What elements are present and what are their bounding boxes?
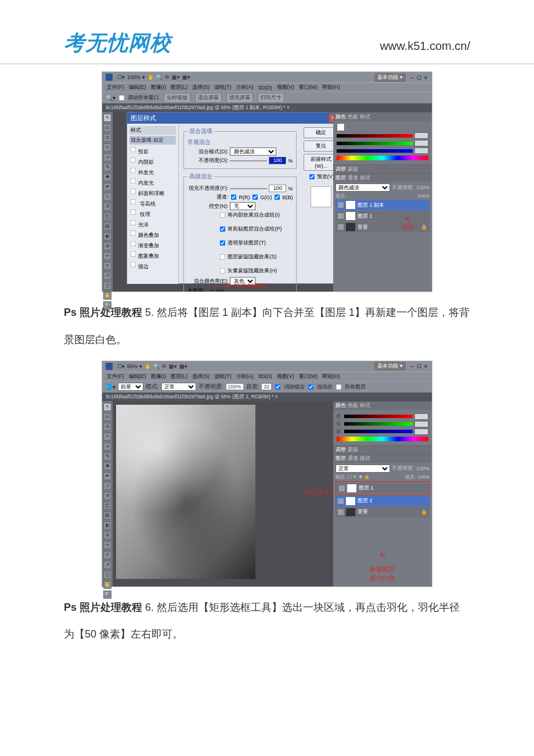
preview-checkbox[interactable]: 预览(V)	[304, 173, 333, 181]
layer-thumb[interactable]	[346, 212, 355, 220]
menu-3d[interactable]: 3D(D)	[257, 85, 273, 91]
tab-styles[interactable]: 样式	[360, 113, 370, 121]
vis-icon[interactable]	[338, 509, 344, 515]
clone-tool[interactable]: ⎍	[103, 193, 111, 201]
opt-clip[interactable]: 将剪贴图层混合成组(P)	[219, 225, 293, 233]
layer-row-1[interactable]: 图层 1	[335, 211, 430, 221]
zoom-level-menu[interactable]: 55% ▾	[127, 363, 142, 369]
panels-menu[interactable]: ▦▾	[182, 74, 190, 80]
menu-select[interactable]: 选择(S)	[191, 84, 211, 91]
zoom-tool[interactable]: 🔍	[103, 301, 111, 309]
newstyle-button[interactable]: 新建样式(W)...	[304, 154, 333, 171]
menu-view[interactable]: 视图(V)	[276, 84, 295, 91]
adjust-tabs[interactable]: 调整蒙版	[333, 165, 432, 173]
pen-tool[interactable]: ✑	[103, 541, 111, 549]
marquee-tool[interactable]: ▭	[103, 413, 111, 421]
menu-image[interactable]: 图像(I)	[150, 84, 168, 91]
layer-blendmode[interactable]: 正常	[335, 465, 390, 473]
layer-row-1[interactable]: 图层 1	[337, 483, 428, 494]
wand-tool[interactable]: ✧	[103, 143, 111, 152]
fx-innershadow[interactable]: 内阴影	[129, 156, 176, 166]
menu-image[interactable]: 图像(I)	[150, 373, 168, 380]
menu-analysis[interactable]: 分析(A)	[235, 373, 255, 380]
fg-color-swatch[interactable]	[337, 123, 345, 131]
tab-styles[interactable]: 样式	[360, 402, 370, 409]
crop-tool[interactable]: ⟡	[103, 153, 111, 161]
zoom-icon[interactable]: 🔍	[156, 74, 163, 80]
crop-tool[interactable]: ⟡	[103, 442, 111, 451]
eyedrop-tool[interactable]: ✎	[103, 452, 111, 460]
styles-header[interactable]: 样式	[129, 126, 176, 135]
menu-layer[interactable]: 图层(L)	[169, 84, 189, 91]
adjust-tabs[interactable]: 调整蒙版	[333, 446, 432, 454]
ch-g[interactable]: G(G)	[251, 193, 272, 201]
shape-tool[interactable]: ◻	[103, 571, 111, 579]
hue-strip[interactable]	[337, 437, 428, 441]
color-panel-tabs[interactable]: 颜色 色板 样式	[333, 402, 432, 410]
eraser-tool[interactable]: ◫	[103, 213, 111, 221]
color-panel-tabs[interactable]: 颜色 色板 样式	[333, 113, 432, 121]
fx-bevel[interactable]: 斜面和浮雕	[129, 188, 176, 197]
hand-icon[interactable]: ✋	[147, 74, 154, 80]
fx-coloroverlay[interactable]: 颜色叠加	[129, 229, 176, 239]
fillopacity-field[interactable]: 100	[269, 185, 286, 192]
menu-layer[interactable]: 图层(L)	[169, 373, 189, 380]
doc-tab[interactable]: 9c16fdfaaf51f3de8f6bd9dc95eef01f3b2979a8…	[102, 393, 432, 401]
menu-window[interactable]: 窗口(W)	[298, 373, 319, 380]
hand-tool[interactable]: ✋	[103, 581, 111, 589]
all-layers-checkbox[interactable]: 所有图层	[335, 383, 366, 391]
menu-filter[interactable]: 滤镜(T)	[213, 373, 233, 380]
move-tool[interactable]: ↖	[103, 403, 111, 411]
window-controls[interactable]: –☐×	[407, 74, 428, 81]
layer-row-bg[interactable]: 背景🔒	[335, 222, 430, 232]
fx-dropshadow[interactable]: 投影	[129, 146, 176, 156]
fx-texture[interactable]: 纹理	[129, 208, 176, 218]
type-tool[interactable]: T	[103, 262, 111, 270]
tab-layer[interactable]: 图层	[335, 174, 346, 182]
fill-source[interactable]: 前景	[118, 383, 143, 391]
opt-transshape[interactable]: 透明形状图层(T)	[219, 239, 293, 247]
menu-file[interactable]: 文件(F)	[106, 373, 125, 380]
gradient-tool[interactable]: ▤	[103, 222, 111, 231]
blendmode-select[interactable]: 颜色减淡	[230, 147, 276, 156]
screen-switch-icon[interactable]: ☐▾	[117, 363, 125, 369]
print-size-button[interactable]: 打印尺寸	[258, 93, 284, 103]
screen-switch-icon[interactable]: ☐▾	[117, 74, 125, 80]
scroll-all-checkbox[interactable]: 调动所有窗口	[118, 94, 159, 102]
layer-thumb[interactable]	[346, 497, 355, 505]
history-tool[interactable]: ↺	[103, 492, 111, 500]
menu-window[interactable]: 窗口(W)	[298, 84, 319, 91]
marquee-tool[interactable]: ▭	[103, 124, 111, 132]
zoom-level-menu[interactable]: 100% ▾	[127, 74, 145, 80]
fit-screen-button[interactable]: 适合屏幕	[195, 93, 222, 103]
opacity-field[interactable]: 100	[269, 157, 286, 164]
opt-interior[interactable]: 将内部效果混合成组(I)	[219, 211, 293, 219]
tab-path[interactable]: 路径	[360, 455, 370, 462]
rotate-icon[interactable]: ⟳	[165, 74, 169, 80]
g-val[interactable]: 255	[414, 140, 428, 146]
type-tool[interactable]: T	[103, 551, 111, 559]
arrange-menu[interactable]: ▦▾	[169, 363, 177, 369]
tab-color[interactable]: 颜色	[335, 113, 346, 121]
eyedrop-tool[interactable]: ✎	[103, 163, 111, 171]
fill-val[interactable]: 100%	[418, 474, 430, 480]
layer-tabs[interactable]: 图层通道路径	[333, 455, 432, 463]
contiguous-checkbox[interactable]: 连续的	[307, 383, 333, 391]
layer-thumb[interactable]	[347, 484, 356, 492]
antialias-checkbox[interactable]: 消除锯齿	[274, 383, 305, 391]
fx-satin[interactable]: 光泽	[129, 219, 176, 229]
ch-b[interactable]: B(B)	[273, 193, 293, 201]
tab-swatch[interactable]: 色板	[348, 402, 358, 409]
blend-options-item[interactable]: 混合选项:自定	[129, 136, 176, 145]
ps-canvas[interactable]: 向下合并	[113, 401, 333, 586]
doc-tab[interactable]: 9c16fdfaaf51f3de8f6bd9dc95eef01f3b2979a8…	[102, 103, 432, 112]
tab-path[interactable]: 路径	[360, 174, 370, 182]
path-tool[interactable]: ↗	[103, 272, 111, 280]
hand-icon[interactable]: ✋	[145, 363, 151, 369]
vis-icon[interactable]	[338, 202, 344, 208]
gradient-tool[interactable]: ▤	[103, 512, 111, 520]
fx-innerglow[interactable]: 内发光	[129, 177, 176, 187]
hand-tool[interactable]: ✋	[103, 291, 111, 300]
fill-val[interactable]: 100%	[418, 193, 430, 199]
menu-3d[interactable]: 3D(D)	[257, 373, 273, 379]
